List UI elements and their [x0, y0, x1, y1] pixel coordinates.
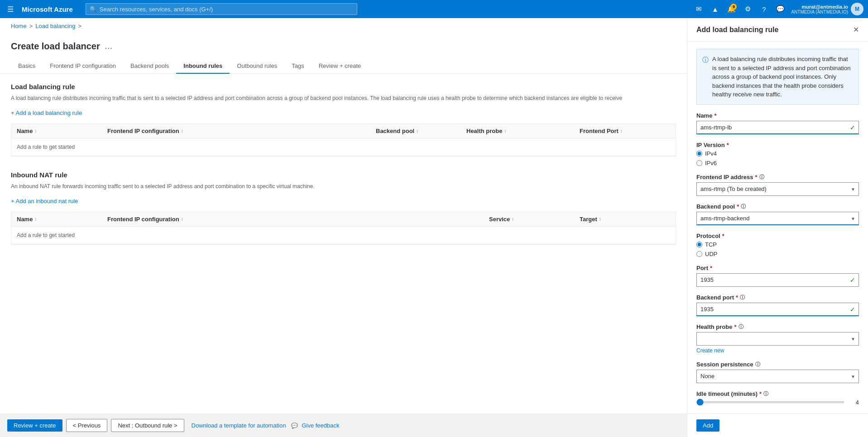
health-probe-select[interactable] — [696, 332, 859, 346]
notifications-icon[interactable]: 🔔 9 — [724, 2, 739, 16]
cloud-shell-icon[interactable]: ▲ — [708, 2, 722, 16]
left-content: Home > Load balancing > Create load bala… — [0, 18, 687, 437]
port-checkmark-icon: ✓ — [850, 276, 855, 284]
nat-rule-title: Inbound NAT rule — [11, 171, 676, 179]
page-header: Create load balancer … — [0, 34, 687, 52]
backend-pool-select-wrapper: ams-rtmp-backend ▼ — [696, 212, 859, 225]
nat-frontend-sort-icon[interactable]: ↕ — [181, 217, 183, 222]
nat-col-frontend: Frontend IP configuration ↕ — [107, 216, 489, 223]
search-bar[interactable]: 🔍 Search resources, services, and docs (… — [86, 3, 357, 15]
help-icon[interactable]: ? — [757, 2, 771, 16]
name-input-wrapper: ✓ — [696, 121, 859, 134]
nat-table-header: Name ↕ Frontend IP configuration ↕ Servi… — [11, 212, 676, 227]
name-sort-icon[interactable]: ↕ — [34, 128, 37, 133]
col-health-probe: Health probe ↕ — [466, 128, 580, 134]
ipv6-label: IPv6 — [705, 160, 717, 166]
add-nat-rule-btn[interactable]: + Add an inbound nat rule — [11, 198, 676, 204]
page-title: Create load balancer — [11, 41, 100, 52]
topbar: ☰ Microsoft Azure 🔍 Search resources, se… — [0, 0, 868, 18]
port-group: Port * ✓ — [696, 265, 859, 287]
udp-radio[interactable] — [696, 251, 702, 257]
port-input[interactable] — [696, 273, 859, 287]
frontend-ip-select[interactable]: ams-rtmp (To be created) — [696, 182, 859, 196]
lb-rule-title: Load balancing rule — [11, 83, 676, 90]
content-area: Load balancing rule A load balancing rul… — [0, 74, 687, 413]
udp-option[interactable]: UDP — [696, 251, 859, 257]
tcp-label: TCP — [705, 241, 717, 248]
tab-review-create[interactable]: Review + create — [312, 59, 369, 74]
search-placeholder: Search resources, services, and docs (G+… — [100, 6, 213, 13]
panel-close-button[interactable]: ✕ — [853, 25, 859, 34]
tab-backend-pools[interactable]: Backend pools — [123, 59, 176, 74]
lb-table-header: Name ↕ Frontend IP configuration ↕ Backe… — [11, 124, 676, 138]
hamburger-icon[interactable]: ☰ — [5, 3, 16, 15]
feedback-icon[interactable]: 💬 — [773, 2, 787, 16]
create-new-probe-link[interactable]: Create new — [696, 347, 859, 354]
nat-name-sort-icon[interactable]: ↕ — [34, 217, 37, 222]
tab-basics[interactable]: Basics — [11, 59, 43, 74]
bottom-bar: Review + create < Previous Next : Outbou… — [0, 413, 687, 437]
info-text: A load balancing rule distributes incomi… — [712, 55, 853, 99]
port-sort-icon[interactable]: ↕ — [620, 128, 623, 133]
breadcrumb-parent[interactable]: Load balancing — [35, 23, 75, 29]
nat-table-empty: Add a rule to get started — [11, 227, 676, 244]
tcp-radio[interactable] — [696, 242, 702, 247]
name-label: Name * — [696, 112, 859, 119]
session-persistence-select[interactable]: None — [696, 370, 859, 383]
tcp-option[interactable]: TCP — [696, 241, 859, 248]
lb-table-empty: Add a rule to get started — [11, 138, 676, 156]
ipv4-option[interactable]: IPv4 — [696, 150, 859, 157]
tab-inbound-rules[interactable]: Inbound rules — [176, 59, 230, 74]
health-probe-select-wrapper: ▼ — [696, 332, 859, 346]
frontend-ip-group: Frontend IP address * ⓘ ams-rtmp (To be … — [696, 174, 859, 196]
udp-label: UDP — [705, 251, 717, 257]
download-template-link[interactable]: Download a template for automation — [192, 422, 286, 429]
backend-port-input[interactable] — [696, 303, 859, 316]
frontend-sort-icon[interactable]: ↕ — [181, 128, 183, 133]
panel-add-button[interactable]: Add — [696, 419, 719, 432]
lb-rule-table: Name ↕ Frontend IP configuration ↕ Backe… — [11, 124, 676, 157]
panel-body: ⓘ A load balancing rule distributes inco… — [687, 42, 868, 413]
add-lb-rule-btn[interactable]: + Add a load balancing rule — [11, 109, 676, 116]
main-layout: Home > Load balancing > Create load bala… — [0, 18, 868, 437]
idle-timeout-info-icon: ⓘ — [763, 390, 768, 397]
name-required: * — [714, 112, 716, 119]
ipv6-option[interactable]: IPv6 — [696, 160, 859, 166]
feedback-icon-small: 💬 — [291, 423, 298, 429]
breadcrumb-home[interactable]: Home — [11, 23, 27, 29]
email-icon[interactable]: ✉ — [691, 2, 706, 16]
next-button[interactable]: Next : Outbound rule > — [111, 419, 184, 432]
ipv4-radio[interactable] — [696, 151, 702, 157]
tab-nav: Basics Frontend IP configuration Backend… — [0, 59, 687, 74]
lb-rule-desc: A load balancing rule distributes incomi… — [11, 94, 676, 102]
idle-timeout-slider[interactable] — [696, 401, 844, 403]
nat-col-target: Target ↕ — [580, 216, 670, 223]
user-menu[interactable]: murat@antmedia.io ANTMEDIA (ANTMEDIA.IO)… — [791, 3, 863, 15]
port-input-wrapper: ✓ — [696, 273, 859, 287]
give-feedback-link[interactable]: Give feedback — [302, 422, 339, 429]
settings-icon[interactable]: ⚙ — [740, 2, 755, 16]
session-persistence-select-wrapper: None ▼ — [696, 370, 859, 383]
idle-timeout-group: Idle timeout (minutes) * ⓘ 4 — [696, 390, 859, 406]
backend-pool-group: Backend pool * ⓘ ams-rtmp-backend ▼ — [696, 203, 859, 225]
tab-frontend-ip[interactable]: Frontend IP configuration — [43, 59, 123, 74]
nat-service-sort-icon[interactable]: ↕ — [512, 217, 514, 222]
backend-sort-icon[interactable]: ↕ — [416, 128, 418, 133]
tab-tags[interactable]: Tags — [284, 59, 311, 74]
page-options-icon[interactable]: … — [105, 42, 113, 51]
previous-button[interactable]: < Previous — [66, 419, 108, 432]
tab-outbound-rules[interactable]: Outbound rules — [230, 59, 284, 74]
col-name: Name ↕ — [17, 128, 107, 134]
name-input[interactable] — [696, 121, 859, 134]
ipv6-radio[interactable] — [696, 160, 702, 166]
frontend-ip-select-wrapper: ams-rtmp (To be created) ▼ — [696, 182, 859, 196]
review-create-button[interactable]: Review + create — [7, 419, 62, 432]
breadcrumb-sep2: > — [78, 23, 82, 29]
ip-version-radio-group: IPv4 IPv6 — [696, 150, 859, 166]
health-sort-icon[interactable]: ↕ — [504, 128, 506, 133]
breadcrumb: Home > Load balancing > — [0, 18, 687, 34]
session-persistence-info-icon: ⓘ — [755, 361, 760, 368]
panel-footer: Add — [687, 413, 868, 437]
nat-target-sort-icon[interactable]: ↕ — [599, 217, 601, 222]
backend-pool-select[interactable]: ams-rtmp-backend — [696, 212, 859, 225]
